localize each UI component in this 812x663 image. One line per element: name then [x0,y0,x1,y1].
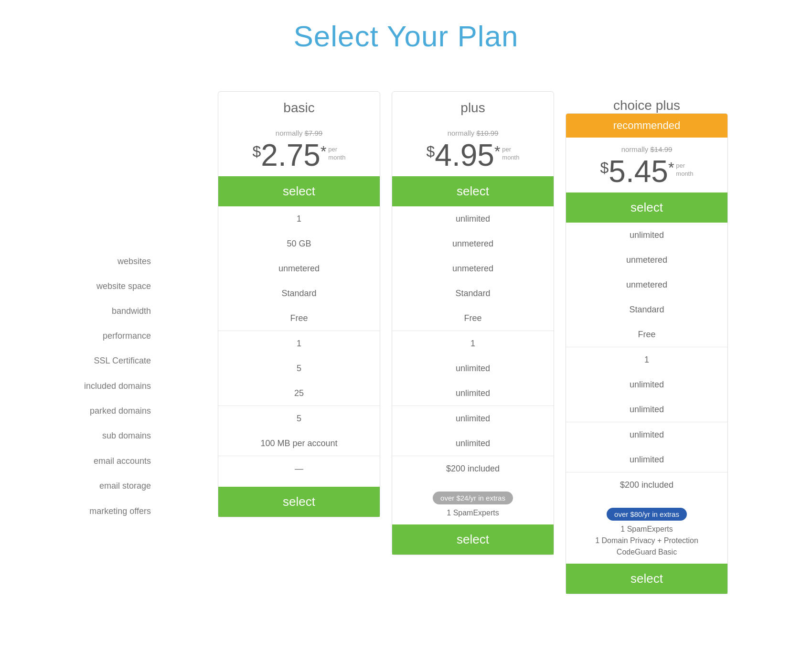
label-email-accounts: email accounts [29,449,151,473]
plan-plus: plus normally $10.99 $ 4.95 * permonth s… [392,91,554,555]
plan-basic-select-top[interactable]: select [218,176,380,206]
plan-basic-features: 1 50 GB unmetered Standard Free 1 5 25 5… [218,206,380,481]
plan-plus-select-bottom[interactable]: select [392,524,554,555]
feat-basic-performance: Standard [218,281,380,306]
feat-cp-websites: unlimited [566,223,727,247]
plan-choice-plus-select-top[interactable]: select [566,192,727,223]
feat-cp-sub: unlimited [566,397,727,422]
feat-plus-space: unmetered [392,231,554,256]
feat-plus-bandwidth: unmetered [392,256,554,281]
plan-basic: basic normally $7.99 $ 2.75 * permonth s… [218,91,380,517]
feat-plus-ssl: Free [392,306,554,331]
page-title: Select Your Plan [29,19,783,53]
plan-choice-plus-wrapper: choice plus recommended normally $14.99 … [566,91,728,594]
feat-basic-bandwidth: unmetered [218,256,380,281]
plan-plus-original-price: $10.99 [476,129,498,137]
feat-basic-sub: 25 [218,381,380,406]
feat-cp-ssl: Free [566,322,727,347]
plan-plus-header: normally $10.99 $ 4.95 * permonth [392,121,554,171]
feat-plus-performance: Standard [392,281,554,306]
feat-cp-storage: unlimited [566,447,727,472]
feat-plus-parked: unlimited [392,356,554,381]
label-ssl: SSL Certificate [29,348,151,373]
feat-plus-sub: unlimited [392,381,554,406]
plan-choice-plus-per-month: permonth [676,162,693,178]
feat-basic-email: 5 [218,406,380,431]
label-performance: performance [29,323,151,348]
plan-plus-extras-badge: over $24/yr in extras [433,492,513,504]
plan-cp-extras-item-1: 1 Domain Privacy + Protection [574,535,720,546]
plan-choice-plus-extras-badge: over $80/yr in extras [607,508,687,521]
plan-cp-extras-item-0: 1 SpamExperts [574,524,720,535]
label-sub-domains: sub domains [29,423,151,448]
plan-choice-plus-dollar: $ [600,159,609,177]
plan-basic-price-row: $ 2.75 * permonth [228,140,370,171]
label-parked-domains: parked domains [29,398,151,423]
plan-basic-amount: 2.75 [261,140,321,171]
plan-plus-name: plus [392,92,554,121]
plan-basic-normally: normally $7.99 [228,129,370,137]
plan-plus-price-row: $ 4.95 * permonth [402,140,544,171]
plan-basic-header: normally $7.99 $ 2.75 * permonth [218,121,380,171]
plans-wrapper: websites website space bandwidth perform… [29,91,783,594]
plan-choice-plus-original-price: $14.99 [650,145,672,153]
plan-choice-plus-select-bottom[interactable]: select [566,564,727,594]
feat-basic-ssl: Free [218,306,380,331]
plan-plus-per-month: permonth [502,146,519,162]
plan-plus-features: unlimited unmetered unmetered Standard F… [392,206,554,481]
label-websites: websites [29,249,151,274]
plan-choice-plus-amount: 5.45 [609,156,668,187]
page: Select Your Plan websites website space … [0,0,812,623]
feat-plus-storage: unlimited [392,431,554,456]
feat-cp-performance: Standard [566,297,727,322]
feat-cp-included: 1 [566,347,727,372]
recommended-badge: recommended [566,114,727,138]
feat-plus-email: unlimited [392,406,554,431]
plan-choice-plus-star: * [668,159,674,177]
labels-column: websites website space bandwidth perform… [29,249,162,524]
plan-plus-star: * [494,143,500,160]
feat-cp-space: unmetered [566,247,727,272]
feat-plus-marketing: $200 included [392,456,554,481]
feat-cp-marketing: $200 included [566,472,727,497]
feat-cp-parked: unlimited [566,372,727,397]
plan-basic-original-price: $7.99 [305,129,323,137]
plan-choice-plus-features: unlimited unmetered unmetered Standard F… [566,223,727,497]
plan-choice-plus-price-row: $ 5.45 * permonth [576,156,718,187]
plan-choice-plus-normally: normally $14.99 [576,145,718,153]
plan-basic-dollar: $ [253,143,261,160]
feat-basic-marketing: — [218,456,380,481]
feat-cp-email: unlimited [566,422,727,447]
plan-choice-plus-name-above: choice plus [566,91,728,113]
plan-basic-per-month: permonth [328,146,345,162]
label-included-domains: included domains [29,374,151,398]
plan-choice-plus-extras: over $80/yr in extras 1 SpamExperts 1 Do… [566,497,727,558]
plan-basic-star: * [321,143,326,160]
plan-plus-normally: normally $10.99 [402,129,544,137]
plan-choice-plus: recommended normally $14.99 $ 5.45 * per… [566,113,728,594]
plan-plus-select-top[interactable]: select [392,176,554,206]
feat-basic-storage: 100 MB per account [218,431,380,456]
label-marketing-offers: marketing offers [29,499,151,524]
plan-plus-extras-item-0: 1 SpamExperts [400,507,546,519]
plan-choice-plus-header: normally $14.99 $ 5.45 * permonth [566,138,727,187]
label-website-space: website space [29,274,151,299]
feat-plus-included: 1 [392,331,554,356]
feat-basic-parked: 5 [218,356,380,381]
feat-cp-bandwidth: unmetered [566,272,727,297]
plan-basic-name: basic [218,92,380,121]
plan-plus-dollar: $ [427,143,435,160]
label-bandwidth: bandwidth [29,299,151,323]
plan-plus-amount: 4.95 [435,140,494,171]
feat-basic-space: 50 GB [218,231,380,256]
feat-basic-websites: 1 [218,206,380,231]
label-email-storage: email storage [29,473,151,498]
plans-columns: basic normally $7.99 $ 2.75 * permonth s… [162,91,783,594]
plan-plus-extras: over $24/yr in extras 1 SpamExperts [392,481,554,519]
feat-basic-included: 1 [218,331,380,356]
plan-cp-extras-item-2: CodeGuard Basic [574,546,720,558]
feat-plus-websites: unlimited [392,206,554,231]
plan-basic-select-bottom[interactable]: select [218,487,380,517]
